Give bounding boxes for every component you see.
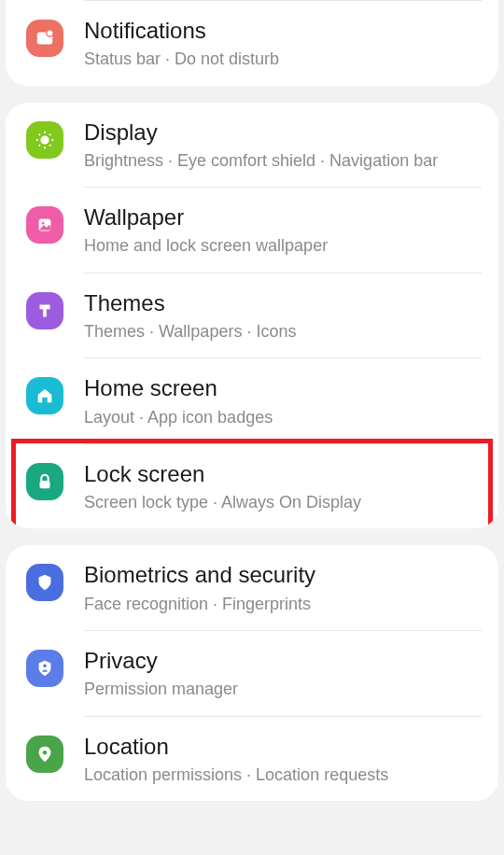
item-subtitle: Home and lock screen wallpaper bbox=[84, 235, 482, 257]
svg-point-15 bbox=[43, 750, 48, 755]
item-title: Themes bbox=[84, 288, 482, 317]
bell-icon bbox=[26, 20, 63, 57]
item-subtitle: Screen lock type · Always On Display bbox=[84, 492, 482, 513]
settings-card: Biometrics and security Face recognition… bbox=[6, 545, 498, 801]
item-title: Display bbox=[84, 118, 482, 147]
svg-point-2 bbox=[40, 135, 49, 144]
svg-point-1 bbox=[47, 30, 53, 36]
settings-item-themes[interactable]: Themes Themes · Wallpapers · Icons bbox=[6, 273, 498, 358]
item-title: Notifications bbox=[84, 16, 482, 45]
pin-icon bbox=[26, 736, 63, 773]
settings-item-biometrics[interactable]: Biometrics and security Face recognition… bbox=[6, 545, 498, 630]
item-subtitle: Layout · App icon badges bbox=[84, 407, 482, 428]
settings-item-home-screen[interactable]: Home screen Layout · App icon badges bbox=[6, 358, 498, 443]
brightness-icon bbox=[26, 121, 63, 159]
settings-item-notifications[interactable]: Notifications Status bar · Do not distur… bbox=[6, 1, 498, 86]
privacy-icon bbox=[26, 650, 63, 687]
item-subtitle: Face recognition · Fingerprints bbox=[84, 594, 482, 615]
lock-icon bbox=[26, 463, 63, 500]
item-subtitle: Permission manager bbox=[84, 679, 482, 700]
item-subtitle: Brightness · Eye comfort shield · Naviga… bbox=[84, 150, 482, 172]
item-title: Wallpaper bbox=[84, 203, 482, 231]
item-title: Biometrics and security bbox=[84, 560, 482, 589]
shield-icon bbox=[26, 564, 63, 601]
item-title: Home screen bbox=[84, 373, 482, 402]
svg-point-12 bbox=[42, 222, 45, 225]
settings-item-location[interactable]: Location Location permissions · Location… bbox=[6, 717, 498, 802]
svg-rect-13 bbox=[40, 481, 50, 488]
settings-item-lock-screen[interactable]: Lock screen Screen lock type · Always On… bbox=[6, 444, 498, 529]
item-title: Privacy bbox=[84, 646, 482, 675]
settings-card: Display Brightness · Eye comfort shield … bbox=[6, 103, 498, 529]
settings-item-display[interactable]: Display Brightness · Eye comfort shield … bbox=[6, 103, 498, 188]
svg-line-8 bbox=[49, 145, 50, 146]
themes-icon bbox=[26, 292, 63, 329]
item-subtitle: Status bar · Do not disturb bbox=[84, 49, 482, 70]
wallpaper-icon bbox=[26, 206, 63, 244]
settings-item-privacy[interactable]: Privacy Permission manager bbox=[6, 631, 498, 716]
home-icon bbox=[26, 377, 63, 414]
settings-card: Notifications Status bar · Do not distur… bbox=[6, 0, 498, 86]
svg-line-10 bbox=[49, 133, 50, 134]
item-subtitle: Themes · Wallpapers · Icons bbox=[84, 321, 482, 343]
item-subtitle: Location permissions · Location requests bbox=[84, 764, 482, 786]
settings-item-wallpaper[interactable]: Wallpaper Home and lock screen wallpaper bbox=[6, 188, 498, 273]
item-title: Location bbox=[84, 732, 482, 761]
item-title: Lock screen bbox=[84, 459, 482, 488]
svg-line-7 bbox=[39, 133, 40, 134]
svg-point-14 bbox=[43, 664, 47, 667]
svg-line-9 bbox=[39, 145, 40, 146]
